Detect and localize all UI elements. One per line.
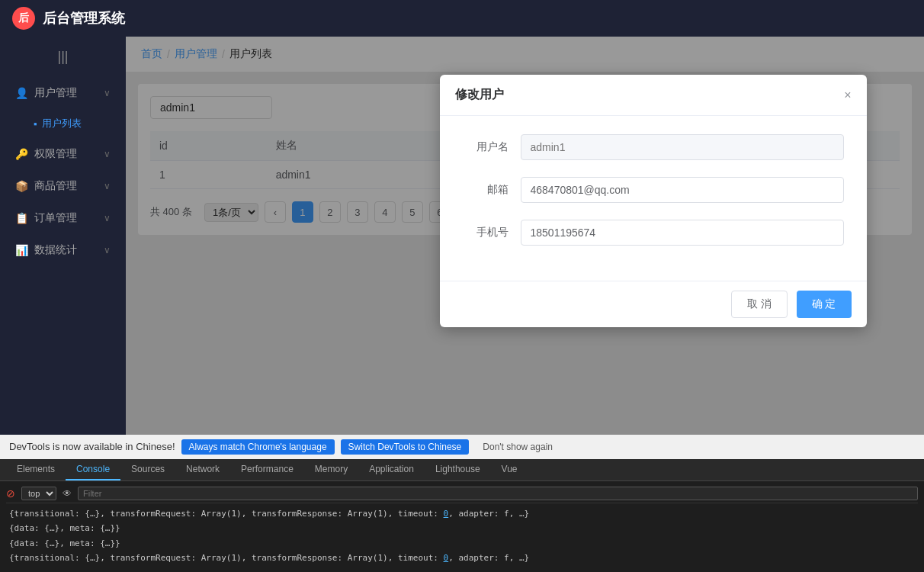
modal-close-btn[interactable]: × xyxy=(844,88,851,102)
sidebar-item-order[interactable]: 📋 订单管理 ∨ xyxy=(0,202,126,234)
permission-icon: 🔑 xyxy=(15,148,28,160)
phone-field[interactable] xyxy=(521,220,844,246)
dont-show-again-btn[interactable]: Don't show again xyxy=(475,439,560,455)
sidebar-collapse-btn[interactable]: ||| xyxy=(0,43,126,77)
form-label-email: 邮箱 xyxy=(463,183,509,197)
order-icon: 📋 xyxy=(15,212,28,224)
eye-icon: 👁 xyxy=(63,488,72,499)
modal-body: 用户名 邮箱 手机号 xyxy=(440,116,867,281)
sidebar-label-user-list: 用户列表 xyxy=(42,117,82,130)
devtools-console: ⊘ top 👁 {transitional: {…}, transformReq… xyxy=(0,481,924,572)
console-context-select[interactable]: top xyxy=(21,487,56,500)
console-line-1: {transitional: {…}, transformRequest: Ar… xyxy=(6,506,918,522)
sidebar-item-stats[interactable]: 📊 数据统计 ∨ xyxy=(0,234,126,266)
chevron-product-icon: ∨ xyxy=(104,181,111,191)
devtab-sources[interactable]: Sources xyxy=(120,459,175,480)
sidebar-item-user-list[interactable]: ▪ 用户列表 xyxy=(0,109,126,138)
sidebar-item-user-management[interactable]: 👤 用户管理 ∨ xyxy=(0,77,126,109)
product-icon: 📦 xyxy=(15,180,28,192)
sidebar-label-permission: 权限管理 xyxy=(34,147,77,161)
app-logo: 后 xyxy=(12,7,35,30)
devtab-lighthouse[interactable]: Lighthouse xyxy=(425,459,491,480)
devtools-lang-notice: DevTools is now available in Chinese! xyxy=(9,441,175,452)
devtab-memory[interactable]: Memory xyxy=(304,459,358,480)
form-item-phone: 手机号 xyxy=(463,220,844,246)
form-label-phone: 手机号 xyxy=(463,226,509,239)
devtab-elements[interactable]: Elements xyxy=(6,459,66,480)
stats-icon: 📊 xyxy=(15,244,28,256)
switch-to-chinese-btn[interactable]: Switch DevTools to Chinese xyxy=(341,439,470,455)
devtab-application[interactable]: Application xyxy=(358,459,425,480)
modal-title: 修改用户 xyxy=(455,87,504,103)
devtab-performance[interactable]: Performance xyxy=(230,459,304,480)
console-output: {transitional: {…}, transformRequest: Ar… xyxy=(6,503,918,569)
console-toolbar: ⊘ top 👁 xyxy=(6,484,918,503)
app-title: 后台管理系统 xyxy=(43,9,125,27)
sidebar-item-product[interactable]: 📦 商品管理 ∨ xyxy=(0,170,126,202)
form-item-email: 邮箱 xyxy=(463,177,844,203)
devtools-panel: DevTools is now available in Chinese! Al… xyxy=(0,435,924,572)
username-field xyxy=(521,134,844,160)
cancel-button[interactable]: 取 消 xyxy=(731,291,788,318)
console-line-3: {data: {…}, meta: {…}} xyxy=(6,536,918,551)
form-item-username: 用户名 xyxy=(463,134,844,160)
modal-footer: 取 消 确 定 xyxy=(440,281,867,327)
error-icon: ⊘ xyxy=(6,487,15,500)
sidebar-label-product: 商品管理 xyxy=(34,179,77,193)
app-header: 后 后台管理系统 xyxy=(0,0,924,37)
devtools-tabs: Elements Console Sources Network Perform… xyxy=(0,459,924,481)
chevron-stats-icon: ∨ xyxy=(104,245,111,255)
user-list-icon: ▪ xyxy=(34,118,37,130)
edit-user-modal: 修改用户 × 用户名 邮箱 手机号 xyxy=(440,75,867,327)
console-filter-input[interactable] xyxy=(78,487,918,500)
chevron-icon: ∨ xyxy=(104,88,111,98)
sidebar-label-order: 订单管理 xyxy=(34,211,77,225)
email-field[interactable] xyxy=(521,177,844,203)
console-line-2: {data: {…}, meta: {…}} xyxy=(6,521,918,536)
devtools-lang-bar: DevTools is now available in Chinese! Al… xyxy=(0,435,924,459)
devtab-console[interactable]: Console xyxy=(66,459,120,480)
chevron-permission-icon: ∨ xyxy=(104,149,111,159)
always-match-language-btn[interactable]: Always match Chrome's language xyxy=(181,439,335,455)
console-line-4: {transitional: {…}, transformRequest: Ar… xyxy=(6,551,918,566)
sidebar-label-user-management: 用户管理 xyxy=(34,86,77,100)
confirm-button[interactable]: 确 定 xyxy=(797,291,852,318)
devtab-network[interactable]: Network xyxy=(175,459,230,480)
sidebar-label-stats: 数据统计 xyxy=(34,243,77,257)
chevron-order-icon: ∨ xyxy=(104,213,111,223)
user-management-icon: 👤 xyxy=(15,87,28,99)
sidebar-item-permission[interactable]: 🔑 权限管理 ∨ xyxy=(0,138,126,170)
form-label-username: 用户名 xyxy=(463,140,509,154)
devtab-vue[interactable]: Vue xyxy=(491,459,528,480)
modal-header: 修改用户 × xyxy=(440,75,867,116)
